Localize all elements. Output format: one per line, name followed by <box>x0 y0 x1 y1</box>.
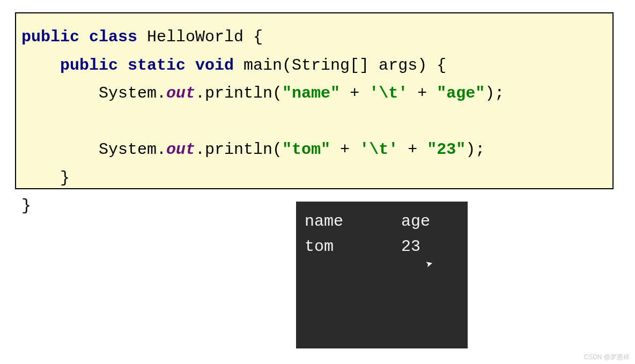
keyword: public class <box>21 28 137 46</box>
string-literal: "tom" <box>282 140 330 159</box>
semi: ); <box>485 84 504 102</box>
brace-close: } <box>21 197 31 215</box>
console-cell: age <box>401 212 430 231</box>
code-panel: public class HelloWorld { public static … <box>15 12 614 189</box>
string-literal: "23" <box>427 140 466 159</box>
mouse-cursor-icon: ➤ <box>424 256 436 275</box>
op: + <box>330 140 359 159</box>
string-literal: "name" <box>282 84 340 102</box>
op: + <box>340 84 369 102</box>
string-literal: "age" <box>437 84 485 102</box>
call: .println( <box>195 140 282 159</box>
console-cell: name <box>305 212 343 231</box>
method-sig: main(String[] args) { <box>234 56 446 75</box>
class-decl: HelloWorld { <box>137 28 263 46</box>
console-cell: 23 <box>401 237 420 256</box>
indent <box>21 56 60 75</box>
indent: System. <box>21 140 166 159</box>
brace-close: } <box>21 169 70 187</box>
char-literal: '\t' <box>369 84 408 102</box>
semi: ); <box>466 140 485 159</box>
char-literal: '\t' <box>359 140 398 159</box>
console-output: name age tom 23 ➤ <box>296 202 468 348</box>
console-cell: tom <box>305 237 334 256</box>
field-out: out <box>166 84 195 102</box>
field-out: out <box>166 140 195 159</box>
op: + <box>398 140 427 159</box>
watermark: CSDN @罗惠祥 <box>584 353 630 362</box>
indent: System. <box>21 84 166 102</box>
op: + <box>408 84 437 102</box>
keyword: public static void <box>60 56 234 75</box>
call: .println( <box>195 84 282 102</box>
